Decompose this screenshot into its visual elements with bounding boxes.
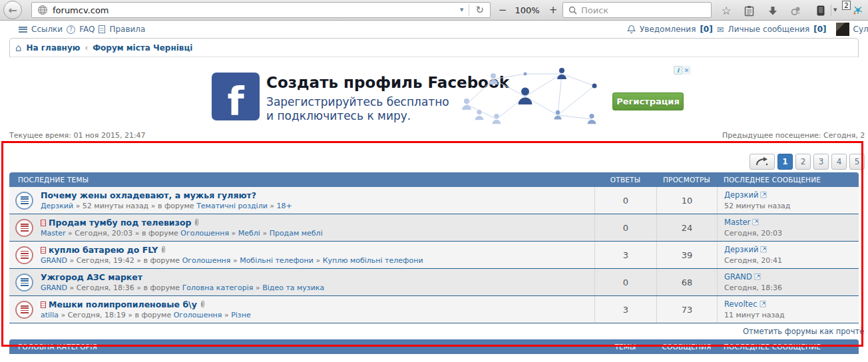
last-post-time: Сегодня, 20:41 xyxy=(724,256,859,265)
logged-in-username[interactable]: Сулейма xyxy=(853,25,868,34)
zoom-level: 100% xyxy=(511,3,543,17)
last-post-time: 52 минуты назад xyxy=(724,202,859,210)
topic-meta-link[interactable]: Мобільні телефони xyxy=(240,256,314,265)
url-bar[interactable]: forumcv.com ▼ ↻ xyxy=(31,2,491,18)
mark-forums-read-link[interactable]: Отметить форумы как прочтё xyxy=(743,327,864,336)
topic-row: куплю батарею до FLY GRAND » Сегодня, 19… xyxy=(9,242,859,269)
topic-meta-link[interactable]: Оголошення xyxy=(182,256,231,265)
topic-meta-link[interactable]: Головна категорія xyxy=(182,283,254,292)
goto-last-post-icon[interactable] xyxy=(760,191,767,200)
user-avatar[interactable] xyxy=(836,23,849,36)
page-button[interactable]: 2 xyxy=(795,154,811,170)
topic-meta-line: GRAND » Сегодня, 19:42 » в форуме Оголош… xyxy=(41,256,423,265)
last-post-author-link[interactable]: Revoltec xyxy=(724,299,758,309)
topic-meta-text: » xyxy=(229,229,238,238)
ad-close-icon[interactable]: ✕ xyxy=(682,66,691,75)
downloads-icon[interactable] xyxy=(764,3,781,18)
facebook-ad-banner[interactable]: f Создать профиль Facebook Зарегистрируй… xyxy=(212,66,692,126)
topic-views-value: 24 xyxy=(656,214,717,241)
topic-meta-link[interactable]: Куплю мобільні телефони xyxy=(323,256,423,265)
topic-meta-link[interactable]: Оголошення xyxy=(174,311,222,319)
goto-last-post-icon[interactable] xyxy=(754,273,761,282)
topic-meta-link[interactable]: Master xyxy=(41,229,66,238)
topic-title-link[interactable]: Почему жены охладевают, а мужья гуляют? xyxy=(41,190,256,200)
topic-meta-text: » xyxy=(222,311,231,319)
topic-meta-link[interactable]: 18+ xyxy=(277,202,292,210)
nav-faq[interactable]: FAQ xyxy=(79,25,95,34)
url-text[interactable]: forumcv.com xyxy=(53,5,455,15)
reload-button[interactable]: ↻ xyxy=(469,4,490,16)
topic-row: Мешки полипропиленовые б\у atilla » Сего… xyxy=(9,296,859,323)
topic-title-link[interactable]: Мешки полипропиленовые б\у xyxy=(49,299,197,309)
new-post-flag-icon xyxy=(41,301,46,308)
topic-replies-value: 3 xyxy=(594,296,656,323)
nav-notifications[interactable]: Уведомления xyxy=(640,25,696,34)
topic-meta-text: » Сегодня, 18:19 » в форуме xyxy=(59,311,174,319)
topic-title-link[interactable]: Продам тумбу под телевизор xyxy=(49,218,191,228)
topic-status-icon xyxy=(15,301,33,319)
goto-last-post-icon[interactable] xyxy=(760,300,767,309)
category-section-header: ГОЛОВНА КАТЕГОРІЯ ТЕМЫ СООБЩЕНИЯ ПОСЛЕДН… xyxy=(9,339,859,354)
topic-title-link[interactable]: куплю батарею до FLY xyxy=(49,245,158,255)
new-post-flag-icon xyxy=(41,220,46,226)
extension-icon[interactable] xyxy=(853,5,863,18)
bookmarks-clipboard-icon[interactable] xyxy=(740,3,758,18)
bookmark-star-icon[interactable]: ☆ xyxy=(718,3,735,18)
breadcrumb-home-link[interactable]: На главную xyxy=(27,43,81,53)
topic-meta-link[interactable]: Відео та музика xyxy=(262,283,324,292)
messages-count: [0] xyxy=(813,25,826,34)
toolbar-overflow-icon[interactable]: ▼ xyxy=(833,7,837,13)
search-box[interactable] xyxy=(562,2,712,18)
nav-rules[interactable]: Правила xyxy=(109,25,145,34)
back-button[interactable]: ← xyxy=(3,1,22,19)
circles-cluster-icon[interactable] xyxy=(787,3,804,18)
last-post-author-link[interactable]: Master xyxy=(724,218,750,227)
goto-last-post-icon[interactable] xyxy=(752,218,760,228)
ad-registration-button[interactable]: Регистрация xyxy=(612,92,684,110)
topic-meta-text: » Сегодня, 19:42 » в форуме xyxy=(67,256,182,265)
breadcrumb-forum-link[interactable]: Форум міста Чернівці xyxy=(93,43,192,53)
nav-links[interactable]: Ссылки xyxy=(31,25,63,34)
nav-private-messages[interactable]: Личные сообщения xyxy=(728,25,810,34)
search-input[interactable] xyxy=(581,5,711,15)
url-dropdown-icon[interactable]: ▼ xyxy=(455,7,469,13)
page-button[interactable]: 5 xyxy=(849,154,865,170)
page-button[interactable]: 3 xyxy=(813,154,829,170)
recent-topics-table: ПОСЛЕДНИЕ ТЕМЫ ОТВЕТЫ ПРОСМОТРЫ ПОСЛЕДНЕ… xyxy=(9,172,859,323)
column-posts: СООБЩЕНИЯ xyxy=(656,343,717,351)
topic-meta-text: » Сегодня, 20:03 » в форуме xyxy=(66,229,181,238)
last-post-time: 11 минут назад xyxy=(724,311,859,319)
site-globe-icon xyxy=(37,5,48,15)
zoom-out-button[interactable]: − xyxy=(494,3,511,17)
topic-views-value: 10 xyxy=(656,187,717,214)
topic-meta-link[interactable]: atilla xyxy=(41,311,59,319)
topic-meta-link[interactable]: Різне xyxy=(231,311,251,319)
topic-meta-line: Master » Сегодня, 20:03 » в форуме Оголо… xyxy=(41,229,323,238)
jump-to-page-button[interactable] xyxy=(750,154,775,170)
topic-meta-text: » Сегодня, 18:36 » в форуме xyxy=(67,283,182,292)
topic-meta-text: » xyxy=(314,256,323,265)
topic-title-link[interactable]: Ужгород АЗС маркет xyxy=(41,272,142,282)
adchoices-info-icon[interactable]: i xyxy=(674,66,682,75)
topic-status-icon xyxy=(15,192,33,210)
messages-envelope-icon: ✉ xyxy=(717,25,724,35)
topic-meta-link[interactable]: Продам меблі xyxy=(270,229,323,238)
forum-top-nav: Ссылки ? FAQ Правила Уведомления [0] ✉ Л… xyxy=(0,22,868,37)
topic-meta-link[interactable]: Меблі xyxy=(238,229,260,238)
page-button[interactable]: 4 xyxy=(831,154,847,170)
topic-meta-link[interactable]: Оголошення xyxy=(180,229,229,238)
tab-count-badge: 2 xyxy=(842,1,851,10)
last-post-author-link[interactable]: GRAND xyxy=(724,272,752,281)
last-post-author-link[interactable]: Дерзкий xyxy=(724,245,758,254)
topic-meta-link[interactable]: GRAND xyxy=(41,256,67,265)
page-button[interactable]: 1 xyxy=(777,154,793,170)
topic-meta-link[interactable]: Дерзкий xyxy=(41,202,73,210)
reader-icon[interactable] xyxy=(812,3,829,18)
zoom-in-button[interactable]: + xyxy=(544,3,562,17)
goto-last-post-icon[interactable] xyxy=(760,246,767,255)
rules-document-icon xyxy=(99,25,105,33)
topic-meta-link[interactable]: Тематичні розділи xyxy=(196,202,268,210)
topic-status-icon xyxy=(15,246,33,264)
last-post-author-link[interactable]: Дерзкий xyxy=(724,190,758,200)
topic-meta-link[interactable]: GRAND xyxy=(41,283,67,292)
